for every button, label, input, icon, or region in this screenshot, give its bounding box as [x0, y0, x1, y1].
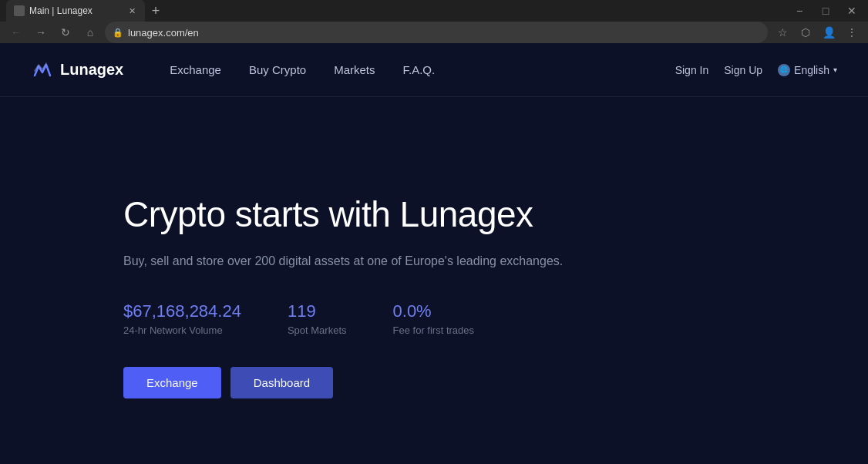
stat-fee-label: Fee for first trades	[393, 324, 474, 336]
stat-volume-label: 24-hr Network Volume	[123, 324, 241, 336]
sign-in-button[interactable]: Sign In	[675, 64, 709, 76]
stats-section: $67,168,284.24 24-hr Network Volume 119 …	[123, 301, 474, 336]
minimize-button[interactable]: −	[789, 1, 809, 21]
stat-fee-value: 0.0%	[393, 301, 474, 321]
hero-section: Crypto starts with Lunagex Buy, sell and…	[0, 97, 868, 464]
tab-favicon	[14, 5, 25, 16]
window-controls: − □ ✕	[789, 1, 862, 21]
home-button[interactable]: ⌂	[80, 22, 100, 42]
globe-icon: 🌐	[778, 64, 790, 76]
address-bar[interactable]: 🔒 lunagex.com/en	[105, 22, 768, 43]
stat-volume: $67,168,284.24 24-hr Network Volume	[123, 301, 241, 336]
toolbar-icons: ☆ ⬡ 👤 ⋮	[772, 22, 862, 42]
stat-volume-value: $67,168,284.24	[123, 301, 241, 321]
logo-icon	[31, 59, 54, 82]
forward-button[interactable]: →	[31, 22, 51, 42]
restore-button[interactable]: □	[816, 1, 836, 21]
nav-links: Exchange Buy Crypto Markets F.A.Q.	[170, 63, 675, 76]
tab-close-button[interactable]: ✕	[126, 5, 137, 16]
stat-fee: 0.0% Fee for first trades	[393, 301, 474, 336]
nav-link-buy-crypto[interactable]: Buy Crypto	[249, 63, 306, 76]
logo-text: Lunagex	[60, 61, 123, 79]
close-window-button[interactable]: ✕	[842, 1, 862, 21]
nav-right: Sign In Sign Up 🌐 English ▾	[675, 64, 837, 76]
nav-link-markets[interactable]: Markets	[334, 63, 375, 76]
browser-toolbar: ← → ↻ ⌂ 🔒 lunagex.com/en ☆ ⬡ 👤 ⋮	[0, 22, 868, 43]
address-text: lunagex.com/en	[128, 27, 760, 39]
new-tab-button[interactable]: +	[146, 2, 165, 20]
exchange-button[interactable]: Exchange	[123, 367, 221, 398]
tab-list: Main | Lunagex ✕ +	[6, 0, 786, 22]
chevron-down-icon: ▾	[833, 66, 837, 74]
hero-title: Crypto starts with Lunagex	[123, 193, 533, 236]
back-button[interactable]: ←	[6, 22, 26, 42]
stat-markets-label: Spot Markets	[288, 324, 347, 336]
reload-button[interactable]: ↻	[56, 22, 76, 42]
stat-markets: 119 Spot Markets	[288, 301, 347, 336]
dashboard-button[interactable]: Dashboard	[230, 367, 333, 398]
extensions-button[interactable]: ⬡	[796, 22, 816, 42]
stat-markets-value: 119	[288, 301, 347, 321]
logo[interactable]: Lunagex	[31, 59, 123, 82]
site-nav: Lunagex Exchange Buy Crypto Markets F.A.…	[0, 43, 868, 97]
active-tab[interactable]: Main | Lunagex ✕	[6, 0, 145, 22]
profile-button[interactable]: 👤	[819, 22, 839, 42]
tab-title: Main | Lunagex	[29, 5, 122, 16]
bookmark-button[interactable]: ☆	[772, 22, 792, 42]
website-content: Lunagex Exchange Buy Crypto Markets F.A.…	[0, 43, 868, 464]
sign-up-button[interactable]: Sign Up	[724, 64, 762, 76]
menu-button[interactable]: ⋮	[842, 22, 862, 42]
browser-chrome: Main | Lunagex ✕ + − □ ✕ ← → ↻ ⌂ 🔒 lunag…	[0, 0, 868, 43]
hero-subtitle: Buy, sell and store over 200 digital ass…	[123, 251, 563, 271]
nav-link-exchange[interactable]: Exchange	[170, 63, 221, 76]
tab-bar: Main | Lunagex ✕ + − □ ✕	[0, 0, 868, 22]
lock-icon: 🔒	[113, 28, 123, 38]
nav-link-faq[interactable]: F.A.Q.	[403, 63, 436, 76]
cta-buttons: Exchange Dashboard	[123, 367, 333, 398]
language-text: English	[794, 64, 829, 76]
language-selector[interactable]: 🌐 English ▾	[778, 64, 837, 76]
